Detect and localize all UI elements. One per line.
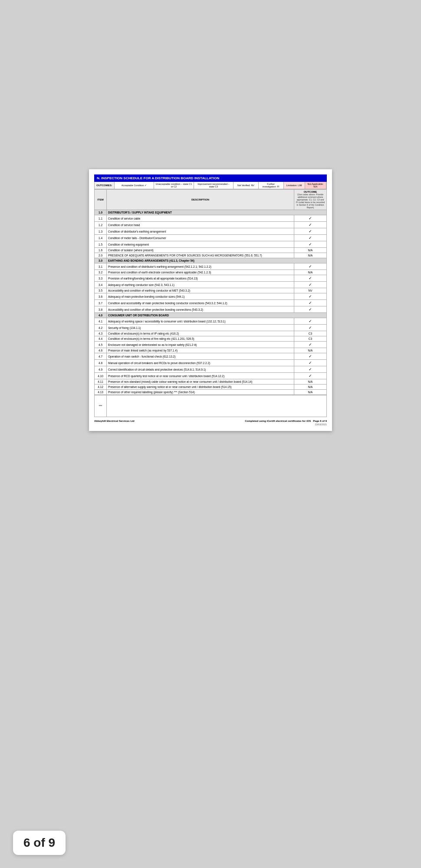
row-outcome: N/A: [294, 270, 327, 275]
row-description: Operation of main switch - functional ch…: [107, 353, 294, 360]
row-description: Accessibility and condition of earthing …: [107, 288, 294, 293]
row-description: Condition of service cable: [107, 215, 294, 222]
table-row: 4.12 Presence of alternative supply warn…: [95, 385, 327, 390]
footer-note-row: ***: [95, 395, 327, 417]
row-outcome: ✓: [294, 373, 327, 379]
row-item: 1.4: [95, 235, 107, 241]
table-row: 4.2 Security of fixing (134.1.1) ✓: [95, 325, 327, 331]
outcome-checkmark: ✓: [309, 374, 312, 378]
outcome-header-note: (Use codes above. Provide additional com…: [296, 193, 325, 209]
outcome-checkmark: ✓: [309, 229, 312, 233]
table-row: 3.3 Provision of earthing/bonding labels…: [95, 275, 327, 282]
table-row: 1.1 Condition of service cable ✓: [95, 215, 327, 222]
row-item: 3.8: [95, 306, 107, 313]
row-description: DISTRIBUTOR'S / SUPPLY INTAKE EQUIPMENT: [107, 210, 327, 215]
outcome-checkmark: ✓: [309, 264, 312, 269]
row-item: 3.6: [95, 293, 107, 300]
row-description: Security of fixing (134.1.1): [107, 325, 294, 331]
table-row: 1.0 DISTRIBUTOR'S / SUPPLY INTAKE EQUIPM…: [95, 210, 327, 215]
inspection-table: ITEM DESCRIPTION OUTCOME (Use codes abov…: [94, 189, 327, 395]
outcome-checkmark: ✓: [309, 294, 312, 299]
row-outcome: ✓: [294, 282, 327, 288]
table-row: 1.6 Condition of isolator (where present…: [95, 248, 327, 253]
row-description: Presence and condition of earth electrod…: [107, 270, 294, 275]
row-description: Condition of service head: [107, 222, 294, 228]
outcome-na: N/A: [308, 380, 313, 383]
row-item: 1.2: [95, 222, 107, 228]
outcome-checkmark: ✓: [309, 276, 312, 280]
col-header-desc: DESCRIPTION: [107, 190, 294, 210]
row-item: 1.0: [95, 210, 107, 215]
table-row: 3.2 Presence and condition of earth elec…: [95, 270, 327, 275]
row-outcome: ✓: [294, 306, 327, 313]
outcome-checkmark: ✓: [309, 283, 312, 287]
row-item: 1.1: [95, 215, 107, 222]
row-item: 4.2: [95, 325, 107, 331]
doc-footer: Abbeyhill Electrical Services Ltd Comple…: [94, 420, 327, 422]
row-item: 4.9: [95, 366, 107, 373]
row-item: 3.7: [95, 300, 107, 306]
table-row: 4.7 Operation of main switch - functiona…: [95, 353, 327, 360]
row-description: Condition and accessibility of main prot…: [107, 300, 294, 306]
row-item: 1.6: [95, 248, 107, 253]
row-outcome: C3: [294, 331, 327, 336]
table-row: 4.1 Adequacy of working space / accessib…: [95, 318, 327, 325]
row-item: 3.3: [95, 275, 107, 282]
row-description: EARTHING AND BONDING ARRANGEMENTS (411.3…: [107, 258, 327, 263]
row-item: 4.13: [95, 390, 107, 395]
row-description: Adequacy of working space / accessibilit…: [107, 318, 294, 325]
outcome-checkmark: ✓: [309, 301, 312, 305]
outcome-na: N/A: [308, 254, 313, 257]
row-item: 4.1: [95, 318, 107, 325]
row-outcome: ✓: [294, 263, 327, 270]
table-row: 3.1 Presence and condition of distributo…: [95, 263, 327, 270]
row-outcome: N/A: [294, 390, 327, 395]
row-description: Accessibility and condition of other pro…: [107, 306, 294, 313]
outcome-c3: C3: [309, 332, 312, 335]
row-outcome: ✓: [294, 222, 327, 228]
table-row: 3.7 Condition and accessibility of main …: [95, 300, 327, 306]
table-row: 4.6 Presence of main linked switch (as r…: [95, 348, 327, 353]
footer-note-content: [107, 395, 327, 417]
outcome-improvement: Improvement recommended – state C3: [194, 182, 234, 189]
outcome-checkmark: ✓: [309, 326, 312, 330]
outcome-limitation: Limitation: LIM: [284, 182, 305, 189]
row-item: 4.8: [95, 360, 107, 366]
row-outcome: ✓: [294, 228, 327, 235]
table-row: 3.8 Accessibility and condition of other…: [95, 306, 327, 313]
outcome-na: N/A: [308, 349, 313, 352]
row-description: Condition of meter tails - Distributor/C…: [107, 235, 294, 241]
table-row: 1.5 Condition of metering equipment ✓: [95, 241, 327, 248]
row-description: Presence of non-standard (mixed) cable c…: [107, 379, 294, 385]
table-row: 2.0 PRESENCE OF ADEQUATE ARRANGEMENTS FO…: [95, 253, 327, 258]
row-outcome: N/A: [294, 253, 327, 258]
table-row: 1.3 Condition of distributor's earthing …: [95, 228, 327, 235]
outcome-checkmark: ✓: [309, 367, 312, 372]
document-date: 23/03/2021: [94, 423, 327, 426]
outcome-unacceptable: Unacceptable condition – state C1 or C2: [154, 182, 194, 189]
outcome-checkmark: ✓: [309, 236, 312, 240]
outcome-checkmark: ✓: [309, 354, 312, 358]
outcome-na: N/A: [308, 385, 313, 388]
row-outcome: ✓: [294, 325, 327, 331]
table-row: 4.4 Condition of enclosure(s) in terms o…: [95, 336, 327, 342]
row-description: Enclosure not damaged or deteriorated so…: [107, 342, 294, 348]
row-item: 1.5: [95, 241, 107, 248]
table-row: 4.8 Manual operation of circuit breakers…: [95, 360, 327, 366]
row-outcome: ✓: [294, 360, 327, 366]
row-outcome: C3: [294, 336, 327, 342]
row-description: Presence of RCD quarterly test notice at…: [107, 373, 294, 379]
row-outcome: N/A: [294, 348, 327, 353]
row-description: PRESENCE OF ADEQUATE ARRANGEMENTS FOR OT…: [107, 253, 294, 258]
row-item: 1.3: [95, 228, 107, 235]
outcome-na: N/A: [308, 249, 313, 252]
outcome-checkmark: ✓: [309, 223, 312, 227]
row-outcome: ✓: [294, 215, 327, 222]
row-item: 4.4: [95, 336, 107, 342]
row-outcome: ✓: [294, 235, 327, 241]
outcome-checkmark: ✓: [309, 216, 312, 220]
outcome-not-verified: Not Verified: NV: [234, 182, 259, 189]
table-row: 1.2 Condition of service head ✓: [95, 222, 327, 228]
page-indicator: 6 of 9: [13, 831, 66, 855]
row-item: 4.11: [95, 379, 107, 385]
